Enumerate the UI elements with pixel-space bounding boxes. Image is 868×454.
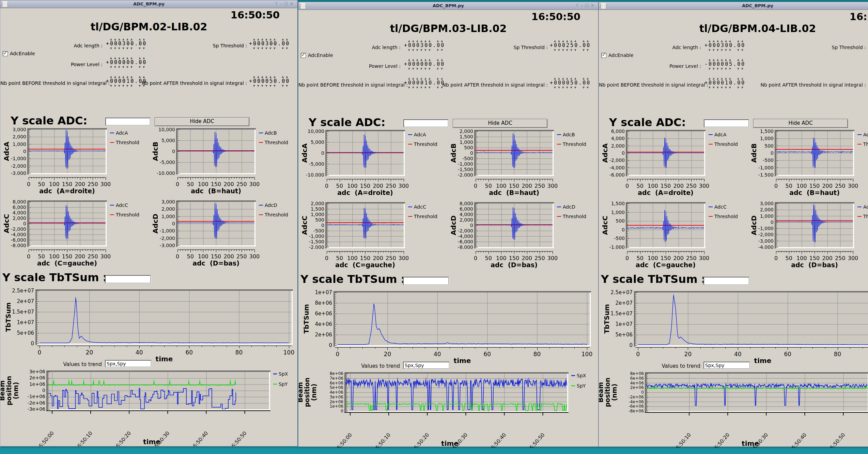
clock-display: 16:50:50 bbox=[850, 11, 868, 22]
spinner-value: +000010.00 bbox=[704, 80, 751, 86]
power-level-label: Power Level : bbox=[599, 63, 701, 69]
spinner-down-arrows[interactable]: ▼▼▼▼▼▼ ▼▼ bbox=[550, 86, 597, 89]
spinner-down-arrows[interactable]: ▼▼▼▼▼▼ ▼▼ bbox=[704, 67, 751, 71]
power-level-label: Power Level : bbox=[298, 63, 401, 69]
adc-length-label: Adc length : bbox=[0, 43, 103, 48]
adc-a-plot bbox=[599, 128, 748, 201]
y-scale-tbtsum-input[interactable] bbox=[105, 275, 151, 283]
spinner-value: +000050.00 bbox=[249, 78, 296, 84]
shade-button[interactable]: ↑ bbox=[575, 3, 581, 8]
y-scale-adc-input[interactable] bbox=[403, 119, 448, 127]
y-scale-adc-heading: Y scale ADC: bbox=[11, 114, 87, 127]
clock-display: 16:50:50 bbox=[531, 11, 580, 22]
adc-b-plot bbox=[448, 128, 596, 201]
maximize-button[interactable]: ☐ bbox=[284, 1, 290, 6]
shade-button[interactable]: ↑ bbox=[275, 1, 280, 6]
nb-before-label: Nb point BEFORE threshold in signal inte… bbox=[0, 80, 103, 86]
adc-c-plot bbox=[599, 201, 748, 273]
minimize-button[interactable]: – bbox=[280, 1, 284, 6]
clock-display: 16:50:50 bbox=[231, 9, 280, 21]
y-scale-adc-heading: Y scale ADC: bbox=[609, 116, 686, 129]
adc-length-label: Adc length : bbox=[298, 45, 401, 50]
nb-after-spinner: ▲▲▲▲▲▲ ▲▲ +000050.00 ▼▼▼▼▼▼ ▼▼ bbox=[550, 76, 597, 89]
values-to-trend-input[interactable] bbox=[105, 360, 151, 367]
window-titlebar[interactable]: ADC_BPM.py ↑–☐✕ bbox=[298, 2, 598, 10]
adc-length-label: Adc length : bbox=[599, 45, 701, 50]
beam-position-trend-plot bbox=[599, 370, 868, 448]
hide-adc-button[interactable]: Hide ADC bbox=[453, 119, 547, 128]
app-window: ADC_BPM.py ↑–☐✕ 16:50:50 tl/DG/BPM.02-LI… bbox=[0, 0, 298, 447]
hide-adc-button[interactable]: Hide ADC bbox=[155, 117, 249, 126]
adc-a-plot bbox=[1, 127, 150, 199]
values-to-trend-label: Values to trend bbox=[0, 361, 102, 367]
app-window: ADC_BPM.py ↑–☐✕ 16:50:50 tl/DG/BPM.04-LI… bbox=[599, 2, 868, 447]
close-button[interactable]: ✕ bbox=[591, 3, 596, 8]
spinner-value: +000000.00 bbox=[404, 61, 451, 67]
spinner-value: -000005.00 bbox=[704, 61, 751, 67]
window-titlebar[interactable]: ADC_BPM.py ↑–☐✕ bbox=[0, 0, 297, 8]
nb-before-spinner: ▲▲▲▲▲▲ ▲▲ +000010.00 ▼▼▼▼▼▼ ▼▼ bbox=[704, 76, 751, 89]
window-title: ADC_BPM.py bbox=[298, 3, 598, 8]
spinner-down-arrows[interactable]: ▼▼▼▼▼▼ ▼▼ bbox=[550, 48, 597, 52]
window-titlebar[interactable]: ADC_BPM.py ↑–☐✕ bbox=[599, 2, 868, 10]
close-button[interactable]: ✕ bbox=[290, 1, 295, 6]
spinner-value: +000300.00 bbox=[704, 43, 751, 48]
nb-after-spinner: ▲▲▲▲▲▲ ▲▲ +000050.00 ▼▼▼▼▼▼ ▼▼ bbox=[249, 75, 296, 88]
y-scale-tbtsum-input[interactable] bbox=[703, 277, 749, 285]
spinner-down-arrows[interactable]: ▼▼▼▼▼▼ ▼▼ bbox=[249, 84, 296, 88]
sp-threshold-label: Sp Threshold : bbox=[135, 43, 247, 48]
adc-length-spinner: ▲▲▲▲▲▲ ▲▲ +000300.00 ▼▼▼▼▼▼ ▼▼ bbox=[704, 39, 751, 52]
spinner-down-arrows[interactable]: ▼▼▼▼▼▼ ▼▼ bbox=[704, 86, 751, 89]
adc-d-plot bbox=[150, 199, 298, 271]
window-title: ADC_BPM.py bbox=[0, 1, 297, 6]
hide-adc-button[interactable]: Hide ADC bbox=[753, 119, 848, 128]
nb-after-label: Nb point AFTER threshold in signal integ… bbox=[135, 80, 247, 86]
y-scale-adc-heading: Y scale ADC: bbox=[309, 116, 385, 129]
spinner-value: +000250.00 bbox=[550, 43, 597, 48]
values-to-trend-input[interactable] bbox=[703, 362, 750, 369]
y-scale-adc-input[interactable] bbox=[704, 119, 749, 127]
tbtsum-plot bbox=[0, 288, 297, 362]
tbtsum-plot bbox=[298, 289, 595, 364]
y-scale-tbtsum-heading: Y scale TbTSum : bbox=[601, 273, 706, 286]
power-level-label: Power Level : bbox=[0, 62, 103, 67]
nb-before-label: Nb point BEFORE threshold in signal inte… bbox=[599, 82, 701, 88]
minimize-button[interactable]: – bbox=[581, 3, 585, 8]
spinner-down-arrows[interactable]: ▼▼▼▼▼▼ ▼▼ bbox=[249, 46, 296, 50]
spinner-down-arrows[interactable]: ▼▼▼▼▼▼ ▼▼ bbox=[404, 67, 451, 71]
sp-threshold-spinner: ▲▲▲▲▲▲ ▲▲ +000300.00 ▼▼▼▼▼▼ ▼▼ bbox=[249, 37, 296, 50]
tbtsum-plot bbox=[599, 289, 868, 364]
values-to-trend-label: Values to trend bbox=[599, 363, 700, 369]
nb-before-label: Nb point BEFORE threshold in signal inte… bbox=[298, 82, 401, 88]
y-scale-tbtsum-heading: Y scale TbTSum : bbox=[2, 271, 107, 284]
adc-c-plot bbox=[299, 201, 448, 273]
y-scale-tbtsum-input[interactable] bbox=[403, 277, 449, 285]
power-level-spinner: ▲▲▲▲▲▲ ▲▲ -000005.00 ▼▼▼▼▼▼ ▼▼ bbox=[704, 58, 751, 71]
y-scale-adc-input[interactable] bbox=[105, 118, 150, 125]
adc-d-plot bbox=[748, 201, 868, 273]
values-to-trend-label: Values to trend bbox=[298, 363, 400, 369]
spinner-down-arrows[interactable]: ▼▼▼▼▼▼ ▼▼ bbox=[106, 65, 153, 69]
device-name: tl/DG/BPM.04-LIB.02 bbox=[599, 22, 868, 34]
adc-c-plot bbox=[1, 199, 150, 271]
spinner-down-arrows[interactable]: ▼▼▼▼▼▼ ▼▼ bbox=[704, 48, 751, 52]
app-window: ADC_BPM.py ↑–☐✕ 16:50:50 tl/DG/BPM.03-LI… bbox=[298, 2, 599, 447]
spinner-value: +000000.00 bbox=[106, 60, 153, 65]
adc-a-plot bbox=[299, 128, 448, 201]
beam-position-trend-plot bbox=[0, 368, 297, 446]
power-level-spinner: ▲▲▲▲▲▲ ▲▲ +000000.00 ▼▼▼▼▼▼ ▼▼ bbox=[404, 58, 451, 71]
sp-threshold-label: Sp Threshold : bbox=[435, 45, 548, 50]
sp-threshold-spinner: ▲▲▲▲▲▲ ▲▲ +000250.00 ▼▼▼▼▼▼ ▼▼ bbox=[550, 39, 597, 52]
nb-after-label: Nb point AFTER threshold in signal integ… bbox=[754, 82, 866, 88]
adc-d-plot bbox=[448, 201, 596, 273]
power-level-spinner: ▲▲▲▲▲▲ ▲▲ +000000.00 ▼▼▼▼▼▼ ▼▼ bbox=[106, 56, 153, 69]
maximize-button[interactable]: ☐ bbox=[585, 3, 591, 8]
sp-threshold-label: Sp Threshold : bbox=[754, 45, 866, 50]
beam-position-trend-plot bbox=[298, 370, 595, 448]
y-scale-tbtsum-heading: Y scale TbTSum : bbox=[300, 273, 405, 286]
adc-b-plot bbox=[150, 127, 298, 199]
values-to-trend-input[interactable] bbox=[403, 362, 449, 369]
device-name: tl/DG/BPM.02-LIB.02 bbox=[0, 21, 297, 33]
device-name: tl/DG/BPM.03-LIB.02 bbox=[298, 22, 598, 34]
spinner-value: +000050.00 bbox=[550, 80, 597, 86]
